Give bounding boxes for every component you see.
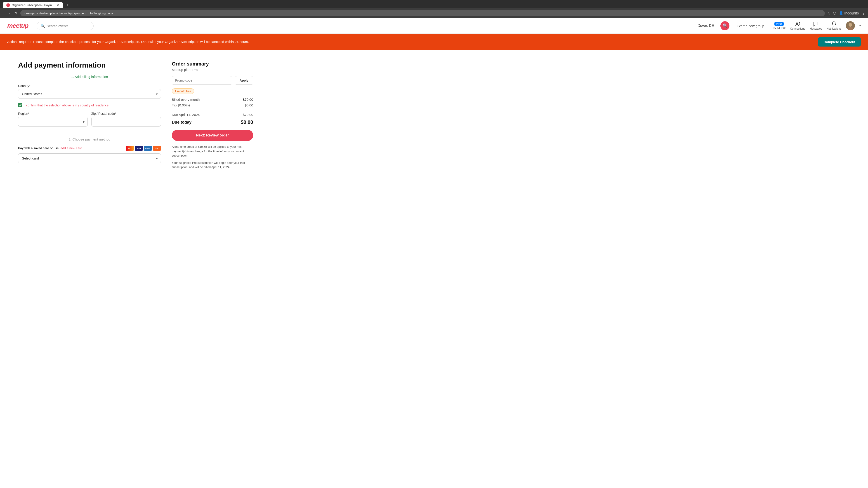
due-today-line: Due today $0.00 (172, 119, 253, 125)
free-badge: 1 month free (172, 88, 194, 94)
url-bar[interactable] (20, 10, 825, 16)
pro-badge: PRO (774, 22, 784, 26)
form-section: Add payment information 1. Add billing i… (18, 61, 161, 169)
zip-input[interactable] (91, 117, 161, 127)
active-tab[interactable]: Organizer Subscription - Paym… ✕ (3, 2, 63, 8)
banner-text-before: Action Required: Please (7, 40, 44, 43)
country-select[interactable]: United States (18, 89, 161, 99)
billed-amount: $70.00 (243, 98, 253, 101)
country-select-wrapper: United States (18, 89, 161, 99)
action-banner: Action Required: Please complete the che… (0, 34, 868, 50)
confirm-checkbox-row: I confirm that the selection above is my… (18, 103, 161, 107)
country-label: Country* (18, 84, 161, 88)
country-form-group: Country* United States (18, 84, 161, 99)
tab-title: Organizer Subscription - Paym… (12, 3, 55, 7)
back-button[interactable]: ‹ (3, 10, 6, 16)
due-today-amount: $0.00 (241, 119, 253, 125)
tab-bar: Organizer Subscription - Paym… ✕ + (3, 2, 865, 8)
order-title: Order summary (172, 61, 253, 67)
credit-note: A one-time credit of $19.58 will be appl… (172, 144, 253, 158)
forward-button[interactable]: › (8, 10, 11, 16)
refresh-button[interactable]: ↻ (13, 10, 18, 16)
banner-text-after: for your Organizer Subscription. Otherwi… (91, 40, 249, 43)
card-select[interactable]: Select card (18, 153, 161, 163)
search-button[interactable]: 🔍 (720, 21, 730, 30)
tab-favicon (6, 3, 10, 7)
notifications-icon (831, 21, 837, 27)
site-nav: meetup 🔍 Dover, DE 🔍 Start a new group P… (0, 18, 868, 34)
plan-subtitle: Meetup plan: Pro (172, 68, 253, 72)
svg-point-3 (848, 23, 852, 27)
due-date-amount: $70.00 (243, 113, 253, 117)
discover-icon: DISC (153, 146, 161, 151)
banner-link[interactable]: complete the checkout process (44, 40, 91, 43)
svg-point-0 (796, 22, 798, 24)
review-order-button[interactable]: Next: Review order (172, 130, 253, 141)
payment-method-row: Pay with a saved card or use add a new c… (18, 146, 161, 151)
complete-checkout-button[interactable]: Complete Checkout (818, 37, 861, 46)
apply-button[interactable]: Apply (235, 76, 253, 85)
promo-row: Apply (172, 76, 253, 85)
extension-icon[interactable]: ⬡ (833, 11, 836, 15)
tab-close-button[interactable]: ✕ (57, 3, 59, 7)
billed-line: Billed every month $70.00 (172, 98, 253, 101)
pro-try-free[interactable]: PRO Try for free (772, 22, 785, 29)
tax-label: Tax (0.00%) (172, 103, 190, 107)
user-avatar[interactable] (846, 21, 855, 30)
start-group-link[interactable]: Start a new group (738, 24, 764, 28)
main-layout: Add payment information 1. Add billing i… (0, 50, 271, 180)
pro-label: Try for free (772, 26, 785, 29)
add-card-link[interactable]: add a new card (61, 147, 82, 150)
messages-label: Messages (810, 27, 822, 30)
due-date-line: Due April 11, 2024 $70.00 (172, 113, 253, 117)
menu-icon[interactable]: ⋮ (862, 11, 865, 15)
confirm-checkbox[interactable] (18, 103, 22, 107)
billed-label: Billed every month (172, 98, 199, 101)
page-title: Add payment information (18, 61, 161, 69)
svg-point-1 (799, 22, 800, 23)
amex-icon: AMEX (144, 146, 152, 151)
region-form-group: Region* (18, 112, 88, 127)
due-today-label: Due today (172, 120, 191, 125)
card-select-wrapper: Select card (18, 153, 161, 163)
tax-line: Tax (0.00%) $0.00 (172, 103, 253, 107)
avatar-icon (846, 21, 855, 30)
connections-nav-item[interactable]: Connections (790, 21, 805, 30)
region-label: Region* (18, 112, 88, 116)
notifications-label: Notifications (827, 27, 841, 30)
order-divider (172, 110, 253, 110)
profile-icon[interactable]: 👤 Incognito (839, 11, 859, 15)
search-input[interactable] (47, 24, 90, 28)
new-tab-button[interactable]: + (65, 2, 71, 8)
toolbar-icons: ☆ ⬡ 👤 Incognito ⋮ (827, 11, 865, 15)
region-select-wrapper (18, 117, 88, 127)
zip-form-group: Zip / Postal code* (91, 112, 161, 127)
tax-amount: $0.00 (245, 103, 253, 107)
bookmark-icon[interactable]: ☆ (827, 11, 830, 15)
trial-note: Your full-priced Pro subscription will b… (172, 161, 253, 169)
connections-label: Connections (790, 27, 805, 30)
messages-nav-item[interactable]: Messages (810, 21, 822, 30)
region-select[interactable] (18, 117, 88, 127)
card-icons: MC VISA AMEX DISC (126, 146, 161, 151)
step2-label: 2. Choose payment method (18, 137, 161, 141)
promo-input[interactable] (172, 76, 232, 85)
order-summary: Order summary Meetup plan: Pro Apply 1 m… (172, 61, 253, 169)
notifications-nav-item[interactable]: Notifications (827, 21, 841, 30)
search-bar[interactable]: 🔍 (37, 22, 94, 30)
browser-toolbar: ‹ › ↻ ☆ ⬡ 👤 Incognito ⋮ (0, 8, 868, 18)
nav-icons: PRO Try for free Connections Messages No… (772, 21, 861, 30)
site-logo[interactable]: meetup (7, 22, 29, 29)
location-display: Dover, DE (698, 24, 714, 28)
confirm-checkbox-label: I confirm that the selection above is my… (24, 103, 108, 107)
visa-icon: VISA (135, 146, 143, 151)
step1-label: 1. Add billing information (18, 75, 161, 78)
banner-text: Action Required: Please complete the che… (7, 39, 249, 44)
url-input[interactable] (24, 11, 821, 15)
browser-chrome: Organizer Subscription - Paym… ✕ + (0, 0, 868, 8)
avatar-chevron-icon[interactable]: ▾ (860, 24, 861, 27)
search-icon: 🔍 (40, 24, 45, 28)
due-date-label: Due April 11, 2024 (172, 113, 199, 117)
connections-icon (795, 21, 800, 27)
region-zip-row: Region* Zip / Postal code* (18, 112, 161, 131)
